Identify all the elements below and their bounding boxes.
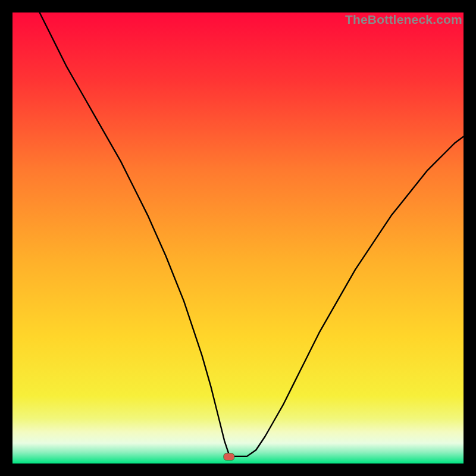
plot-area: TheBottleneck.com — [12, 12, 464, 464]
watermark-text: TheBottleneck.com — [345, 12, 464, 27]
chart-frame: TheBottleneck.com — [0, 0, 476, 476]
bottleneck-curve — [12, 12, 464, 464]
optimum-marker — [224, 453, 234, 461]
